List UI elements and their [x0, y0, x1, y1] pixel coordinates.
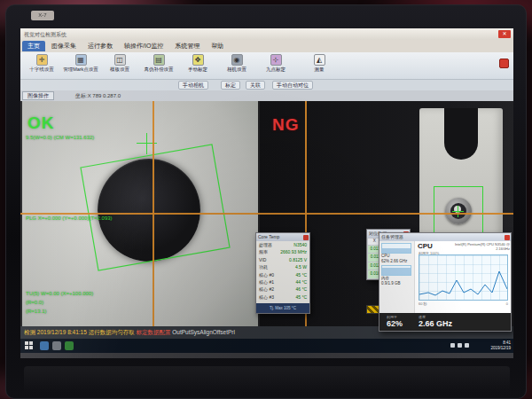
menu-bar: 主页 图像采集 运行参数 轴操作/IO监控 系统管理 帮助 — [20, 40, 513, 52]
nine-point-icon: ⊹ — [270, 54, 282, 66]
task-manager-window: 任务管理器 CPU 62% 2.66 GHz 内存 0.9/1.9 GB — [379, 232, 512, 332]
coretemp-row: 核心 #144 °C — [256, 278, 309, 286]
bezel-sticker: X-7 — [31, 11, 54, 20]
speed-value: 2.66 GHz — [419, 319, 452, 328]
taskbar-clock[interactable]: 8:41 2019/12/19 — [490, 340, 511, 351]
taskbar-app-icon[interactable] — [52, 341, 61, 350]
coretemp-titlebar[interactable]: Core Temp — [256, 233, 309, 241]
stop-icon[interactable] — [499, 59, 509, 68]
log-text-output: OutPutSysAlignOffsetPrl — [170, 329, 235, 335]
calibrate-button[interactable]: 标定 — [221, 81, 240, 90]
mark-manage-button[interactable]: ▦ 管理Mark点设置 — [61, 54, 100, 78]
start-button[interactable] — [25, 341, 34, 350]
photo-background: X-7 视觉对位检测系统 ✕ 主页 图像采集 运行参数 轴操作/IO监控 系统管… — [0, 0, 532, 399]
coretemp-row: 频率2660.93 MHz — [256, 248, 309, 255]
coretemp-close-icon[interactable] — [303, 235, 309, 240]
log-text-config: 标定数据配置 — [136, 329, 170, 335]
coretemp-row: 处理器N3540 — [256, 241, 309, 248]
taskbar-app-icon[interactable] — [65, 341, 74, 350]
tab-home[interactable]: 主页 — [22, 41, 45, 51]
verdict-ng-label: NG — [272, 115, 300, 135]
ribbon-toolbar: ✛ 十字线设置 ▦ 管理Mark点设置 ◫ 模板设置 ▤ 真伪补偿设置 ✥ — [20, 52, 513, 80]
measurement-overlay-3: TU(5) W=0.00 (X=+100.000) — [26, 291, 93, 296]
button-label: 相机设置 — [217, 66, 256, 73]
cpu-mini-graph — [381, 243, 411, 254]
taskbar: 8:41 2019/12/19 — [20, 339, 513, 353]
tray-icon[interactable] — [450, 343, 455, 348]
bezel-reflection — [24, 366, 510, 393]
button-label: 九点标定 — [256, 66, 295, 73]
template-settings-button[interactable]: ◫ 模板设置 — [100, 54, 139, 78]
sidebar-item-cpu[interactable]: CPU 62% 2.66 GHz — [379, 241, 414, 263]
compensation-settings-button[interactable]: ▤ 真伪补偿设置 — [139, 54, 178, 78]
task-manager-close-icon[interactable] — [505, 235, 510, 240]
coretemp-row: 核心 #345 °C — [256, 293, 309, 301]
measurement-overlay-1: 9.5(W=0.0) (CM W=131.632) — [26, 135, 94, 140]
crosshair-icon: ✛ — [36, 54, 48, 66]
manual-calibration-button[interactable]: ✥ 手动标定 — [178, 54, 217, 78]
camera-icon: ◉ — [231, 54, 243, 66]
axis-label-bottom-left: 60 秒 — [419, 301, 427, 306]
compensation-icon: ▤ — [153, 54, 165, 66]
monitor: X-7 视觉对位检测系统 ✕ 主页 图像采集 运行参数 轴操作/IO监控 系统管… — [5, 4, 527, 399]
measurement-overlay-2: PLG X=+0.000 (Y=+0.000)(T=2.093) — [26, 215, 113, 221]
measure-icon: ◭ — [314, 54, 325, 66]
log-text-timestamp: 检测 2019/12/19 8:41:15 运行数据均匀存取 — [24, 329, 136, 335]
mark-grid-icon: ▦ — [75, 54, 87, 66]
measure-button[interactable]: ◭ 测量 — [302, 54, 336, 78]
task-manager-sidebar: CPU 62% 2.66 GHz 内存 0.9/1.9 GB — [379, 241, 415, 315]
coretemp-row: 核心 #045 °C — [256, 271, 309, 278]
verdict-ok-label: OK — [27, 113, 55, 133]
link-button[interactable]: 关联 — [246, 81, 265, 90]
task-manager-titlebar[interactable]: 任务管理器 — [379, 233, 511, 241]
tab-axis-io[interactable]: 轴操作/IO监控 — [119, 41, 168, 51]
sidebar-item-memory[interactable]: 内存 0.9/1.9 GB — [379, 263, 414, 286]
tab-system-mgmt[interactable]: 系统管理 — [169, 41, 205, 51]
cpu-heading: CPU — [418, 242, 433, 250]
tray-icon[interactable] — [465, 343, 469, 348]
image-ops-tab[interactable]: 图像操作 — [22, 91, 54, 100]
axis-label-bottom-right: 0 — [506, 301, 508, 306]
crosshair-line-horizontal — [20, 213, 513, 215]
measurement-overlay-4: (R=0.0) — [26, 300, 43, 305]
button-label: 管理Mark点设置 — [61, 66, 100, 73]
template-icon: ◫ — [114, 54, 126, 66]
calibration-icon: ✥ — [192, 54, 204, 66]
camera-settings-button[interactable]: ◉ 相机设置 — [217, 54, 256, 78]
manual-camera-button[interactable]: 手动相机 — [178, 81, 208, 90]
sidebar-item-sub: 0.9/1.9 GB — [381, 281, 412, 286]
tab-image-capture[interactable]: 图像采集 — [46, 41, 82, 51]
task-manager-footer: 利用率 62% 速度 2.66 GHz — [379, 313, 511, 331]
screen: 视觉对位检测系统 ✕ 主页 图像采集 运行参数 轴操作/IO监控 系统管理 帮助… — [20, 28, 513, 358]
tab-run-params[interactable]: 运行参数 — [82, 41, 118, 51]
usage-value: 62% — [387, 319, 403, 328]
button-label: 真伪补偿设置 — [139, 66, 178, 73]
crosshair-marker-v — [146, 133, 147, 154]
button-label: 手动标定 — [178, 66, 217, 73]
coretemp-row: VID0.8125 V — [256, 256, 309, 263]
clock-date: 2019/12/19 — [490, 346, 511, 351]
fixture-notch — [444, 108, 478, 160]
button-label: 测量 — [302, 66, 336, 73]
status-row: 图像操作 坐标:X 789 0.287.0 — [20, 90, 513, 101]
manual-auto-align-button[interactable]: 手动自动对位 — [272, 81, 313, 90]
coretemp-window: Core Temp 处理器N3540 频率2660.93 MHz VID0.81… — [255, 232, 310, 314]
taskbar-app-icon[interactable] — [40, 341, 49, 350]
secondary-toolbar: 手动相机 标定 关联 手动自动对位 — [20, 80, 513, 90]
tray-icon[interactable] — [458, 343, 462, 348]
coretemp-footer: Tj. Max 105 °C — [256, 303, 309, 313]
measurement-overlay-5: (R=13.1) — [26, 309, 47, 314]
coordinate-readout: 坐标:X 789 0.287.0 — [75, 92, 121, 100]
coretemp-title: Core Temp — [258, 234, 279, 239]
close-button[interactable]: ✕ — [498, 30, 511, 38]
crosshair-settings-button[interactable]: ✛ 十字线设置 — [22, 54, 61, 78]
cpu-name: Intel(R) Pentium(R) CPU N3540 @ 2.16GHz — [446, 243, 510, 252]
nine-point-calibration-button[interactable]: ⊹ 九点标定 — [256, 54, 295, 78]
coretemp-row: 功耗4.5 W — [256, 263, 309, 270]
cpu-usage-graph — [419, 254, 508, 301]
window-title: 视觉对位检测系统 — [24, 31, 66, 39]
window-titlebar[interactable]: 视觉对位检测系统 ✕ — [20, 28, 513, 40]
part-crosshair-h — [452, 211, 464, 212]
tab-help[interactable]: 帮助 — [206, 41, 229, 51]
button-label: 模板设置 — [100, 66, 139, 73]
